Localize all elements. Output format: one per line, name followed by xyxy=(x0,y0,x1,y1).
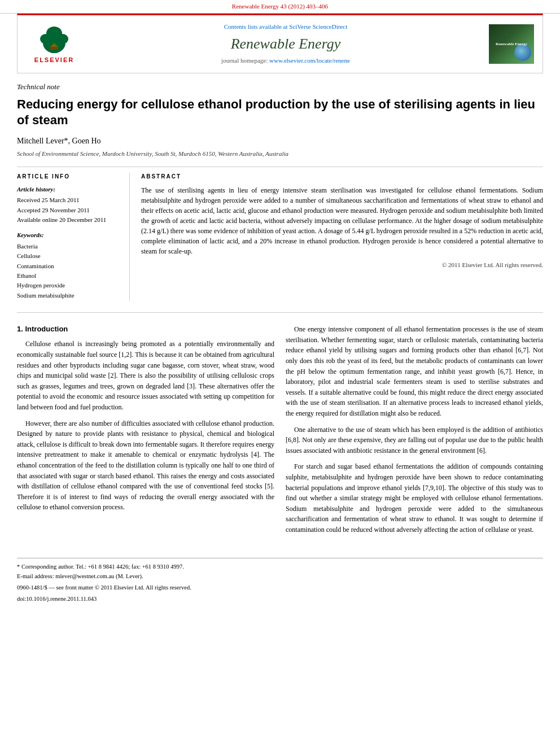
main-content-area: Technical note Reducing energy for cellu… xyxy=(17,73,543,549)
keyword-bacteria: Bacteria xyxy=(17,242,121,251)
keyword-contamination: Contamination xyxy=(17,262,121,270)
keyword-sodium-metabisulphite: Sodium metabisulphite xyxy=(17,291,121,300)
keyword-cellulose: Cellulose xyxy=(17,252,121,260)
authors: Mitchell Lever*, Goen Ho xyxy=(17,136,543,147)
right-para-3: For starch and sugar based ethanol ferme… xyxy=(286,461,543,535)
journal-cover-area: Renewable Energy xyxy=(480,21,542,67)
divider-1 xyxy=(17,167,543,167)
sciverse-text: SciVerse ScienceDirect xyxy=(289,23,347,30)
copyright-line: © 2011 Elsevier Ltd. All rights reserved… xyxy=(141,261,543,269)
history-label: Article history: xyxy=(17,185,121,194)
svg-rect-5 xyxy=(50,47,58,50)
divider-2 xyxy=(17,312,543,313)
info-abstract-section: ARTICLE INFO Article history: Received 2… xyxy=(17,173,543,301)
body-content: 1. Introduction Cellulose ethanol is inc… xyxy=(17,324,543,540)
right-para-2: One alternative to the use of steam whic… xyxy=(286,425,543,456)
article-title: Reducing energy for cellulose ethanol pr… xyxy=(17,97,543,129)
body-right-column: One energy intensive component of all et… xyxy=(286,324,543,540)
corresponding-author-note: * Corresponding author. Tel.: +61 8 9841… xyxy=(17,563,543,571)
available-online-date: Available online 20 December 2011 xyxy=(17,216,121,224)
accepted-date: Accepted 29 November 2011 xyxy=(17,206,121,215)
abstract-title: ABSTRACT xyxy=(141,173,543,181)
journal-homepage: journal homepage: www.elsevier.com/locat… xyxy=(94,56,478,65)
received-date: Received 25 March 2011 xyxy=(17,196,121,204)
abstract-section: ABSTRACT The use of sterilising agents i… xyxy=(141,173,543,301)
elsevier-logo: ELSEVIER xyxy=(34,23,74,64)
article-type: Technical note xyxy=(17,82,543,92)
email-note: E-mail address: mlever@westnet.com.au (M… xyxy=(17,573,543,581)
journal-title: Renewable Energy xyxy=(94,34,478,54)
footer-area: * Corresponding author. Tel.: +61 8 9841… xyxy=(17,558,543,604)
intro-heading: 1. Introduction xyxy=(17,324,274,334)
abstract-text: The use of sterilising agents in lieu of… xyxy=(141,185,543,256)
right-para-1: One energy intensive component of all et… xyxy=(286,324,543,418)
cover-text: Renewable Energy xyxy=(495,41,528,47)
journal-reference: Renewable Energy 43 (2012) 403–406 xyxy=(232,3,328,10)
keyword-ethanol: Ethanol xyxy=(17,272,121,280)
journal-header: ELSEVIER Contents lists available at Sci… xyxy=(17,14,543,73)
affiliation: School of Environmental Science, Murdoch… xyxy=(17,150,543,158)
article-info-panel: ARTICLE INFO Article history: Received 2… xyxy=(17,173,130,301)
intro-para-1: Cellulose ethanol is increasingly being … xyxy=(17,339,274,412)
sciverse-link: Contents lists available at SciVerse Sci… xyxy=(94,23,478,31)
elsevier-tree-icon xyxy=(34,23,74,54)
article-info-title: ARTICLE INFO xyxy=(17,173,121,181)
doi-line: doi:10.1016/j.renene.2011.11.043 xyxy=(17,595,543,604)
journal-reference-bar: Renewable Energy 43 (2012) 403–406 xyxy=(0,0,560,14)
keyword-hydrogen-peroxide: Hydrogen peroxide xyxy=(17,281,121,290)
elsevier-logo-area: ELSEVIER xyxy=(18,20,91,67)
svg-point-4 xyxy=(46,27,62,40)
journal-cover-image: Renewable Energy xyxy=(489,24,534,64)
homepage-url: www.elsevier.com/locate/renene xyxy=(269,57,350,64)
keywords-label: Keywords: xyxy=(17,231,121,239)
intro-para-2: However, there are also number of diffic… xyxy=(17,418,274,513)
body-left-column: 1. Introduction Cellulose ethanol is inc… xyxy=(17,324,274,540)
issn-line: 0960-1481/$ — see front matter © 2011 El… xyxy=(17,584,543,592)
journal-title-area: Contents lists available at SciVerse Sci… xyxy=(91,20,480,68)
elsevier-wordmark: ELSEVIER xyxy=(34,56,74,64)
